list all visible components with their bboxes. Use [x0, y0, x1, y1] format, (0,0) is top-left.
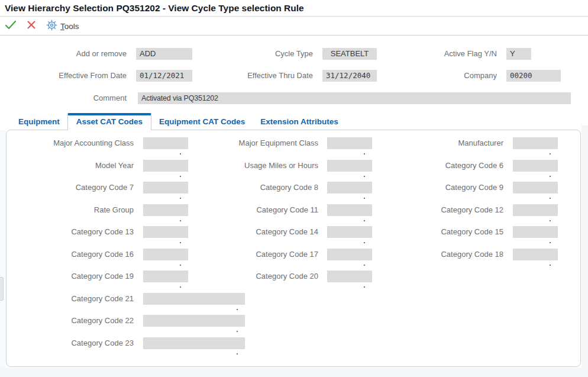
field-label-effective-from-date: Effective From Date — [0, 70, 131, 82]
field-label-effective-thru-date: Effective Thru Date — [192, 70, 318, 82]
close-x-icon — [25, 19, 37, 33]
field-category-code-8 — [327, 182, 372, 194]
field-category-code-6 — [513, 160, 558, 172]
field-category-code-18 — [513, 249, 558, 260]
field-category-code-19 — [143, 270, 188, 282]
field-label-major-accounting-class: Major Accounting Class — [12, 137, 138, 149]
field-label-category-code-17: Category Code 17 — [202, 249, 323, 260]
field-label-category-code-11: Category Code 11 — [202, 204, 323, 216]
field-label-usage-miles-or-hours: Usage Miles or Hours — [202, 160, 323, 172]
field-label-category-code-9: Category Code 9 — [385, 182, 508, 194]
field-category-code-20 — [327, 270, 372, 282]
asset-cat-codes-panel: Major Accounting ClassMajor Equipment Cl… — [6, 130, 581, 367]
field-cycle-type: SEATBELT — [322, 48, 377, 60]
field-label-active-flag: Active Flag Y/N — [377, 48, 502, 60]
field-label-category-code-13: Category Code 13 — [12, 226, 138, 238]
field-rate-group — [143, 204, 188, 216]
field-label-model-year: Model Year — [12, 160, 138, 172]
field-label-category-code-8: Category Code 8 — [202, 182, 323, 194]
field-label-category-code-7: Category Code 7 — [12, 182, 138, 194]
field-label-category-code-12: Category Code 12 — [385, 204, 508, 216]
field-label-category-code-18: Category Code 18 — [385, 249, 508, 260]
tools-label: Tools — [60, 22, 79, 31]
field-category-code-9 — [513, 182, 558, 194]
field-category-code-22 — [143, 315, 245, 327]
cancel-button[interactable] — [24, 19, 38, 33]
field-label-cycle-type: Cycle Type — [192, 48, 318, 60]
field-label-category-code-23: Category Code 23 — [12, 337, 138, 349]
field-label-company: Company — [377, 70, 502, 82]
field-label-category-code-15: Category Code 15 — [385, 226, 508, 238]
field-label-add-or-remove: Add or remove — [0, 48, 131, 60]
field-category-code-11 — [327, 204, 372, 216]
tab-equipment-cat-codes[interactable]: Equipment CAT Codes — [151, 114, 253, 130]
field-usage-miles-or-hours — [327, 160, 372, 172]
tab-strip: Equipment Asset CAT Codes Equipment CAT … — [6, 114, 346, 130]
field-label-comment: Comment — [0, 92, 131, 104]
tab-asset-cat-codes[interactable]: Asset CAT Codes — [67, 113, 151, 130]
field-category-code-13 — [143, 226, 188, 238]
field-add-or-remove: ADD — [136, 48, 192, 60]
field-label-category-code-6: Category Code 6 — [385, 160, 508, 172]
field-comment: Activated via PQ351202 — [138, 92, 571, 104]
field-manufacturer — [513, 137, 558, 149]
field-label-manufacturer: Manufacturer — [385, 137, 508, 149]
window-title-bar: View Hierarchy Selection PQ351202 - View… — [0, 0, 588, 17]
field-label-category-code-16: Category Code 16 — [12, 249, 138, 260]
field-active-flag: Y — [506, 48, 531, 60]
tab-extension-attributes[interactable]: Extension Attributes — [253, 114, 346, 130]
sidebar-collapse-handle[interactable] — [0, 277, 4, 301]
bottom-margin — [0, 368, 588, 377]
field-label-category-code-21: Category Code 21 — [12, 293, 138, 305]
field-category-code-17 — [327, 249, 372, 260]
page-title: View Hierarchy Selection PQ351202 - View… — [0, 0, 588, 16]
ok-button[interactable] — [4, 19, 18, 33]
field-label-category-code-19: Category Code 19 — [12, 270, 138, 282]
field-label-category-code-22: Category Code 22 — [12, 315, 138, 327]
field-category-code-14 — [327, 226, 372, 238]
right-margin — [581, 125, 588, 377]
field-model-year — [143, 160, 188, 172]
field-label-category-code-14: Category Code 14 — [202, 226, 323, 238]
field-category-code-12 — [513, 204, 558, 216]
field-label-rate-group: Rate Group — [12, 204, 138, 216]
gear-icon — [46, 20, 57, 33]
field-major-accounting-class — [143, 137, 188, 149]
field-category-code-7 — [143, 182, 188, 194]
field-major-equipment-class — [327, 137, 372, 149]
field-category-code-23 — [143, 337, 245, 349]
field-category-code-15 — [513, 226, 558, 238]
field-label-category-code-20: Category Code 20 — [202, 270, 323, 282]
field-label-major-equipment-class: Major Equipment Class — [202, 137, 323, 149]
check-icon — [4, 18, 17, 34]
field-effective-thru-date: 31/12/2040 — [322, 70, 377, 82]
tab-equipment[interactable]: Equipment — [11, 114, 67, 130]
field-company: 00200 — [506, 70, 561, 82]
tools-menu[interactable]: Tools — [46, 20, 79, 33]
field-effective-from-date: 01/12/2021 — [136, 70, 192, 82]
field-category-code-16 — [143, 249, 188, 260]
left-margin — [0, 130, 6, 377]
toolbar: Tools — [0, 17, 588, 36]
field-category-code-21 — [143, 293, 245, 305]
